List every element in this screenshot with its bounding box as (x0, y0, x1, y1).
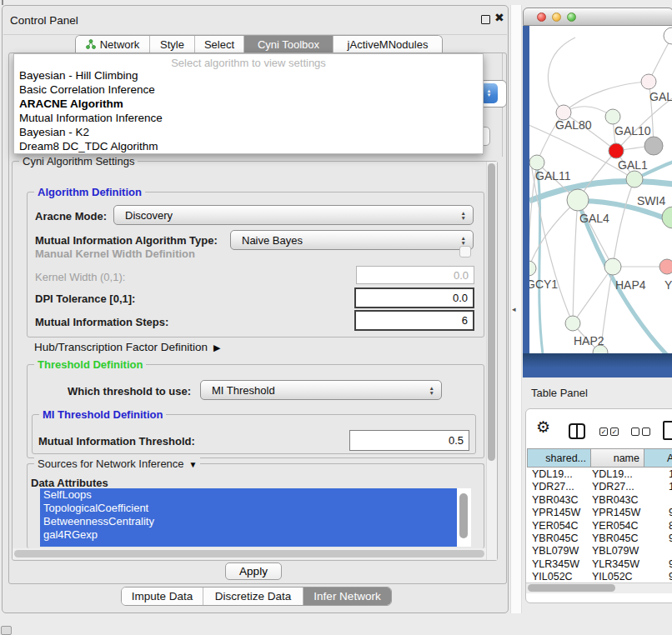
tab-impute-data[interactable]: Impute Data (122, 588, 203, 605)
apply-button[interactable]: Apply (225, 562, 282, 580)
algorithm-option-mutual-information-inference[interactable]: Mutual Information Inference (14, 111, 483, 125)
table-cell[interactable]: 13 (654, 468, 672, 481)
network-edge[interactable] (613, 179, 634, 267)
table-row[interactable]: YBR043CYBR043C (527, 494, 672, 507)
network-node[interactable] (644, 137, 663, 155)
table-cell[interactable]: YPR145W (589, 507, 654, 519)
tab-jactivemnodules[interactable]: jActiveMNodules (333, 36, 442, 52)
network-node[interactable] (567, 189, 589, 211)
settings-scrollbar-thumb[interactable] (488, 163, 495, 461)
select-all-checks-icon[interactable]: ✓ ✓ (599, 428, 619, 436)
table-cell[interactable]: YLR345W (527, 558, 589, 571)
hub-definition-expander[interactable]: Hub/Transcription Factor Definition▶ (34, 341, 221, 353)
dpi-tolerance-field[interactable]: 0.0 (354, 288, 474, 308)
column-header-shared[interactable]: shared... (527, 448, 591, 468)
table-row[interactable]: YPR145WYPR145W9. (527, 507, 672, 519)
network-node[interactable] (641, 74, 656, 89)
attribute-item-partial[interactable] (40, 542, 457, 547)
table-cell[interactable]: YBR045C (589, 532, 654, 545)
network-edge[interactable] (548, 38, 575, 112)
corner-button[interactable] (1, 626, 12, 635)
zoom-window-icon[interactable] (567, 12, 576, 22)
table-cell[interactable]: YBR043C (589, 494, 654, 507)
network-node[interactable] (664, 28, 672, 44)
minimize-window-icon[interactable] (552, 12, 561, 22)
table-row[interactable]: YDL19...YDL19...13 (527, 468, 672, 481)
network-edge[interactable] (530, 158, 573, 323)
network-node[interactable] (662, 207, 672, 228)
table-cell[interactable] (654, 545, 669, 558)
network-edge[interactable] (564, 82, 649, 112)
mi-type-select[interactable]: Naive Bayes ▲▼ (230, 230, 474, 250)
mi-threshold-field[interactable]: 0.5 (349, 430, 469, 451)
table-cell[interactable]: YLR345W (589, 558, 654, 571)
aracne-mode-select[interactable]: Discovery ▲▼ (113, 205, 474, 225)
algorithm-option-basic-correlation-inference[interactable]: Basic Correlation Inference (14, 82, 483, 97)
table-cell[interactable]: YER054C (527, 520, 589, 532)
network-node[interactable] (609, 143, 624, 158)
table-cell[interactable]: 9. (654, 507, 672, 519)
network-node[interactable] (529, 155, 544, 170)
table-cell[interactable]: YBR045C (527, 532, 589, 545)
table-cell[interactable]: 9. (654, 558, 672, 571)
network-node[interactable] (605, 109, 620, 124)
table-cell[interactable]: 8. (654, 520, 672, 532)
column-header-name[interactable]: name (591, 448, 644, 468)
algorithm-option-dream8-dc-tdc-algorithm[interactable]: Dream8 DC_TDC Algorithm (14, 139, 483, 153)
algorithm-option-bayesian-k2[interactable]: Bayesian - K2 (14, 125, 483, 139)
document-icon[interactable] (663, 421, 672, 440)
mi-steps-field[interactable]: 6 (354, 310, 474, 331)
attribute-item-topologicalcoefficient[interactable]: TopologicalCoefficient (40, 502, 457, 515)
network-node[interactable] (529, 261, 536, 276)
table-row[interactable]: YER054CYER054C8. (527, 520, 672, 532)
table-cell[interactable]: YPR145W (527, 507, 589, 519)
table-cell[interactable]: YDR27... (589, 481, 654, 493)
table-row[interactable]: YBL079WYBL079W (527, 545, 672, 558)
table-cell[interactable]: YDL19... (527, 468, 589, 481)
network-window-titlebar[interactable] (523, 8, 672, 26)
table-cell[interactable]: YBL079W (527, 545, 589, 558)
unselect-all-checks-icon[interactable] (631, 428, 650, 436)
network-edge[interactable] (529, 200, 578, 268)
network-node[interactable] (659, 259, 672, 274)
network-edge[interactable] (537, 164, 543, 353)
attribute-item-betweennesscentrality[interactable]: BetweennessCentrality (40, 515, 457, 528)
network-node[interactable] (565, 316, 580, 331)
float-panel-icon[interactable] (481, 15, 490, 24)
table-cell[interactable]: 12 (654, 481, 672, 493)
table-cell[interactable]: YDR27... (527, 481, 589, 493)
divider-grip-icon[interactable]: ◂ (512, 305, 516, 313)
table-cell[interactable]: 9. (654, 532, 672, 545)
column-header-a[interactable]: A (644, 448, 672, 468)
table-cell[interactable]: YER054C (589, 520, 654, 532)
table-row[interactable]: YDR27...YDR27...12 (527, 481, 672, 493)
tab-infer-network[interactable]: Infer Network (303, 588, 391, 605)
table-cell[interactable]: YBL079W (589, 545, 654, 558)
network-edge[interactable] (573, 267, 613, 323)
tab-style[interactable]: Style (149, 36, 194, 52)
close-window-icon[interactable] (537, 12, 546, 22)
which-threshold-select[interactable]: MI Threshold ▲▼ (200, 380, 442, 400)
network-node[interactable] (604, 258, 621, 275)
settings-hscrollbar-thumb[interactable] (14, 550, 484, 558)
network-canvas[interactable]: GALGAL80GAL10GAL1GAL11SWI4GAL4GCY1HAP4YH… (529, 26, 672, 353)
table-cell[interactable]: YDL19... (589, 468, 654, 481)
table-cell[interactable] (654, 494, 669, 507)
network-edge[interactable] (578, 200, 613, 267)
table-hscrollbar-thumb[interactable] (528, 584, 615, 592)
tab-network[interactable]: Network (76, 36, 149, 52)
manual-kernel-checkbox[interactable] (459, 246, 471, 258)
tab-discretize-data[interactable]: Discretize Data (203, 588, 303, 605)
algorithm-option-bayesian-hill-climbing[interactable]: Bayesian - Hill Climbing (14, 68, 483, 82)
close-panel-icon[interactable]: ✖ (494, 11, 504, 24)
network-edge[interactable] (573, 200, 578, 323)
network-node[interactable] (626, 171, 643, 188)
table-cell[interactable]: YBR043C (527, 494, 589, 507)
gear-icon[interactable]: ⚙ (536, 419, 550, 435)
table-row[interactable]: YBR045CYBR045C9. (527, 532, 672, 545)
tab-select[interactable]: Select (194, 36, 243, 52)
table-row[interactable]: YLR345WYLR345W9. (527, 558, 672, 571)
split-columns-icon[interactable] (569, 423, 585, 439)
list-scrollbar-thumb[interactable] (459, 493, 468, 538)
sources-title[interactable]: Sources for Network Inference▼ (34, 458, 200, 471)
